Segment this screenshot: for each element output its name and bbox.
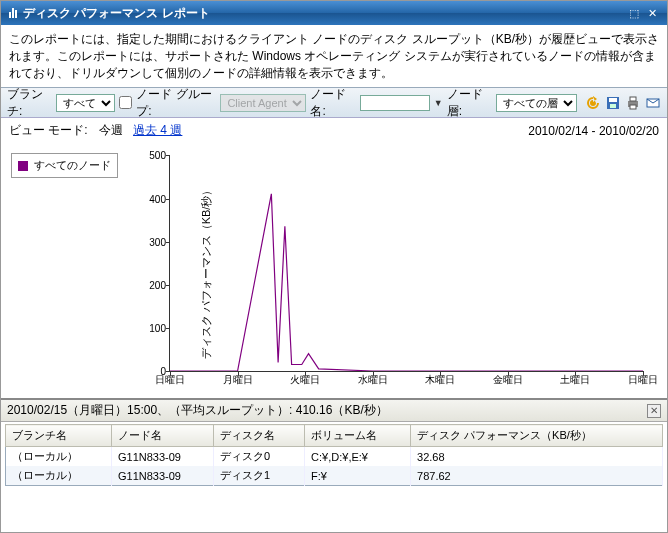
chart: ディスク パフォーマンス（KB/秒） 0100200300400500日曜日月曜…	[111, 149, 651, 394]
detail-panel: 2010/02/15（月曜日）15:00、（平均スループット）: 410.16（…	[1, 398, 667, 524]
y-tick: 100	[130, 323, 166, 334]
chart-line	[170, 155, 643, 371]
branch-select[interactable]: すべて	[56, 94, 115, 112]
col-header[interactable]: ディスク パフォーマンス（KB/秒）	[411, 425, 663, 447]
y-tick: 400	[130, 193, 166, 204]
nodegroup-label: ノード グループ:	[136, 86, 216, 120]
title-text: ディスク パフォーマンス レポート	[23, 5, 210, 22]
cell: ディスク0	[213, 447, 304, 467]
col-header[interactable]: ノード名	[111, 425, 213, 447]
nodename-label: ノード名:	[310, 86, 355, 120]
cell: （ローカル）	[6, 466, 112, 486]
table-body: （ローカル）G11N833-09ディスク0C:¥,D:¥,E:¥32.68（ロー…	[6, 447, 663, 486]
y-tick: 500	[130, 150, 166, 161]
close-icon[interactable]: ✕	[645, 7, 659, 20]
chart-icon	[9, 8, 17, 18]
y-tick: 300	[130, 236, 166, 247]
titlebar: ディスク パフォーマンス レポート ⬚ ✕	[1, 1, 667, 25]
legend-swatch	[18, 161, 28, 171]
nodename-dropdown-icon[interactable]: ▼	[434, 98, 443, 108]
legend: すべてのノード	[11, 153, 118, 178]
date-range: 2010/02/14 - 2010/02/20	[528, 124, 659, 138]
legend-label: すべてのノード	[34, 158, 111, 173]
titlebar-controls: ⬚ ✕	[627, 7, 659, 20]
table-header-row: ブランチ名ノード名ディスク名ボリューム名ディスク パフォーマンス（KB/秒）	[6, 425, 663, 447]
nodename-input[interactable]	[360, 95, 430, 111]
table-row[interactable]: （ローカル）G11N833-09ディスク1F:¥787.62	[6, 466, 663, 486]
nodegroup-select: Client Agent	[220, 94, 306, 112]
x-tick: 金曜日	[493, 373, 523, 387]
cell: 32.68	[411, 447, 663, 467]
y-tick: 200	[130, 279, 166, 290]
cell: 787.62	[411, 466, 663, 486]
mail-icon[interactable]	[645, 95, 661, 111]
x-tick: 木曜日	[425, 373, 455, 387]
viewmode-label: ビュー モード:	[9, 123, 88, 137]
chart-area: すべてのノード ディスク パフォーマンス（KB/秒） 0100200300400…	[1, 143, 667, 398]
x-tick: 火曜日	[290, 373, 320, 387]
svg-rect-2	[610, 104, 616, 108]
thisweek-tab[interactable]: 今週	[99, 123, 123, 137]
cell: F:¥	[305, 466, 411, 486]
cell: C:¥,D:¥,E:¥	[305, 447, 411, 467]
print-icon[interactable]	[625, 95, 641, 111]
cell: （ローカル）	[6, 447, 112, 467]
cell: G11N833-09	[111, 447, 213, 467]
svg-rect-5	[630, 105, 636, 109]
maximize-icon[interactable]: ⬚	[627, 7, 641, 20]
table-row[interactable]: （ローカル）G11N833-09ディスク0C:¥,D:¥,E:¥32.68	[6, 447, 663, 467]
detail-header: 2010/02/15（月曜日）15:00、（平均スループット）: 410.16（…	[1, 400, 667, 422]
x-tick: 日曜日	[628, 373, 658, 387]
col-header[interactable]: ブランチ名	[6, 425, 112, 447]
window-title: ディスク パフォーマンス レポート	[9, 5, 210, 22]
save-icon[interactable]	[605, 95, 621, 111]
detail-close-icon[interactable]: ✕	[647, 404, 661, 418]
svg-rect-1	[609, 98, 617, 102]
view-bar: ビュー モード: 今週 過去 4 週 2010/02/14 - 2010/02/…	[1, 118, 667, 143]
x-tick: 日曜日	[155, 373, 185, 387]
refresh-icon[interactable]	[585, 95, 601, 111]
nodegroup-checkbox[interactable]	[119, 96, 132, 109]
nodetier-select[interactable]: すべての層	[496, 94, 577, 112]
last4weeks-link[interactable]: 過去 4 週	[133, 123, 182, 137]
cell: G11N833-09	[111, 466, 213, 486]
x-tick: 水曜日	[358, 373, 388, 387]
report-description: このレポートには、指定した期間におけるクライアント ノードのディスク スループッ…	[1, 25, 667, 88]
view-mode: ビュー モード: 今週 過去 4 週	[9, 122, 182, 139]
x-tick: 月曜日	[223, 373, 253, 387]
col-header[interactable]: ディスク名	[213, 425, 304, 447]
svg-rect-4	[630, 97, 636, 101]
nodetier-label: ノード層:	[447, 86, 492, 120]
branch-label: ブランチ:	[7, 86, 52, 120]
filter-toolbar: ブランチ: すべて ノード グループ: Client Agent ノード名: ▼…	[1, 88, 667, 118]
x-tick: 土曜日	[560, 373, 590, 387]
col-header[interactable]: ボリューム名	[305, 425, 411, 447]
detail-table: ブランチ名ノード名ディスク名ボリューム名ディスク パフォーマンス（KB/秒） （…	[5, 424, 663, 486]
plot-area: 0100200300400500日曜日月曜日火曜日水曜日木曜日金曜日土曜日日曜日	[169, 155, 643, 372]
cell: ディスク1	[213, 466, 304, 486]
detail-title: 2010/02/15（月曜日）15:00、（平均スループット）: 410.16（…	[7, 402, 388, 419]
